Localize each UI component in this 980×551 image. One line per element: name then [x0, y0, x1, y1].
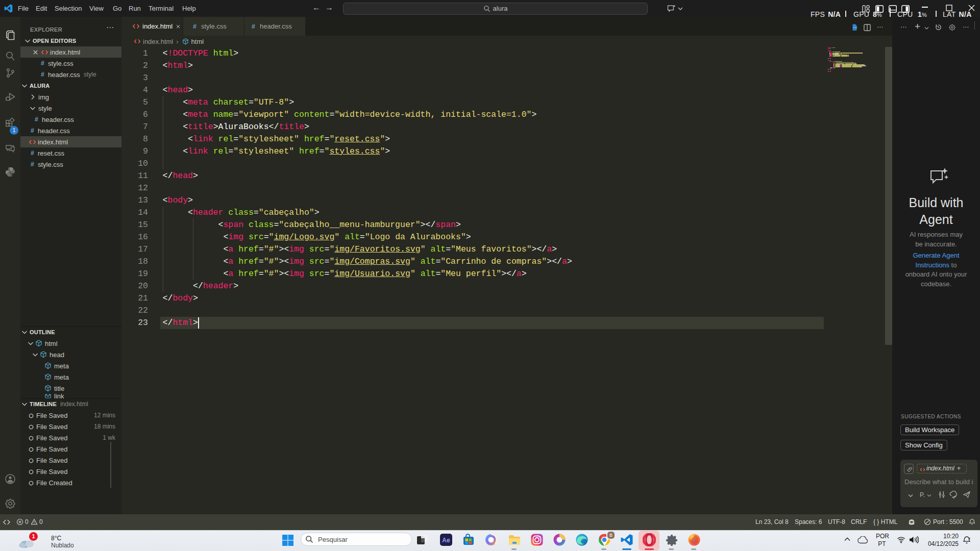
svg-text:#: # [252, 23, 255, 30]
svg-text:#: # [193, 23, 197, 30]
svg-text:#: # [35, 116, 38, 123]
svg-text:#: # [41, 71, 44, 78]
svg-text:#: # [31, 149, 34, 157]
svg-text:z: z [969, 537, 970, 540]
svg-text:Ae: Ae [442, 537, 450, 544]
svg-text:#: # [31, 161, 34, 168]
svg-text:#: # [41, 60, 44, 67]
svg-text:PHP: PHP [853, 27, 857, 29]
svg-text:#: # [31, 127, 34, 134]
